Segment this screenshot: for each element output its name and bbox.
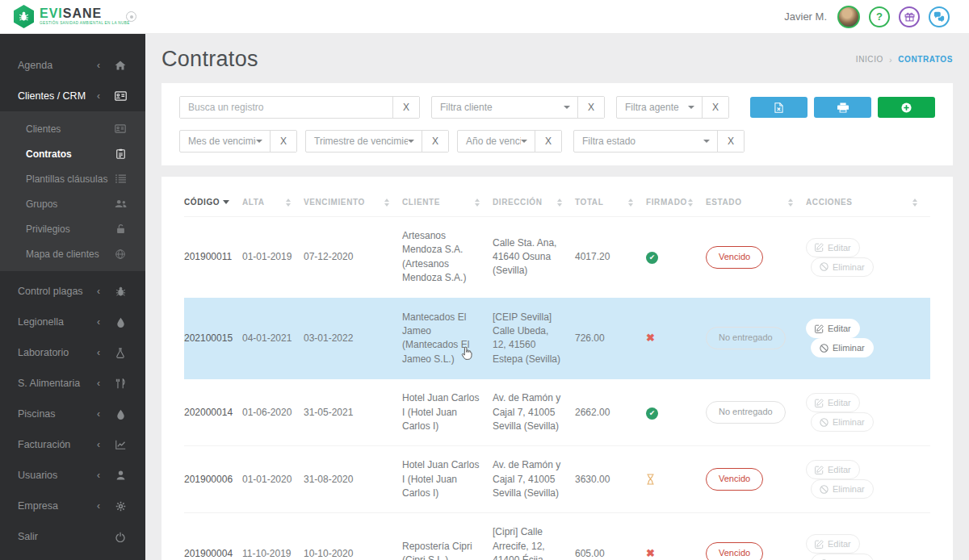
edit-pencil-icon bbox=[815, 399, 824, 407]
utensils-icon bbox=[111, 378, 129, 389]
export-excel-button[interactable] bbox=[750, 97, 808, 118]
breadcrumb: INICIO › CONTRATOS bbox=[856, 55, 953, 65]
breadcrumb-contratos: CONTRATOS bbox=[898, 55, 953, 64]
topbar: EVISANE GESTIÓN SANIDAD AMBIENTAL EN LA … bbox=[0, 0, 969, 34]
column-header-estado[interactable]: ESTADO bbox=[706, 198, 795, 207]
filter-estado-clear-button[interactable]: X bbox=[717, 131, 744, 152]
sidebar-item-laboratorio[interactable]: Laboratorio ‹ bbox=[0, 337, 145, 368]
avatar[interactable] bbox=[837, 6, 860, 28]
sidebar-item-legionella[interactable]: Legionella ‹ bbox=[0, 307, 145, 337]
filter-cliente-select[interactable]: Filtra cliente X bbox=[431, 96, 605, 119]
filter-anio-clear-button[interactable]: X bbox=[535, 131, 561, 152]
breadcrumb-inicio[interactable]: INICIO bbox=[856, 55, 883, 64]
flask-icon bbox=[111, 348, 129, 358]
sort-icon bbox=[557, 199, 562, 207]
delete-button[interactable]: Eliminar bbox=[811, 257, 874, 277]
gift-button[interactable] bbox=[899, 6, 920, 27]
column-header-firmado[interactable]: FIRMADO bbox=[646, 198, 694, 207]
column-header-vencimiento[interactable]: VENCIMIENTO bbox=[304, 198, 391, 207]
sidebar-subitem-clientes[interactable]: Clientes bbox=[0, 116, 145, 141]
sidebar-subitem-mapa-de-clientes[interactable]: Mapa de clientes bbox=[0, 241, 145, 266]
ban-icon bbox=[820, 485, 828, 494]
column-header-cliente[interactable]: CLIENTE bbox=[402, 198, 481, 207]
search-input[interactable] bbox=[180, 97, 392, 118]
add-contract-button[interactable] bbox=[878, 97, 935, 118]
delete-button[interactable]: Eliminar bbox=[811, 412, 874, 432]
column-header-acciones[interactable]: ACCIONES bbox=[806, 198, 919, 207]
sidebar-item-piscinas[interactable]: Piscinas ‹ bbox=[0, 399, 145, 429]
column-header-codigo[interactable]: CÓDIGO bbox=[184, 198, 231, 207]
filter-estado-select[interactable]: Filtra estado X bbox=[573, 130, 745, 153]
sort-icon bbox=[688, 199, 693, 207]
delete-button[interactable]: Eliminar bbox=[811, 338, 874, 357]
sort-desc-icon bbox=[223, 200, 229, 204]
sidebar-item-empresa[interactable]: Empresa ‹ bbox=[0, 491, 145, 521]
column-header-total[interactable]: TOTAL bbox=[575, 198, 635, 207]
page-title: Contratos bbox=[162, 47, 258, 72]
sidebar-item-agenda[interactable]: Agenda ‹ bbox=[0, 50, 145, 81]
globe-icon bbox=[111, 249, 129, 259]
sidebar-item-facturacion[interactable]: Facturación ‹ bbox=[0, 429, 145, 460]
pending-hourglass-icon bbox=[646, 474, 694, 485]
caret-down-icon bbox=[521, 140, 527, 143]
sort-icon bbox=[788, 199, 793, 207]
search-box: X bbox=[179, 96, 420, 119]
filter-mes-vencimiento-select[interactable]: Mes de vencimiento X bbox=[179, 130, 297, 153]
brand-evi: EVI bbox=[40, 6, 63, 20]
delete-button[interactable]: Eliminar bbox=[811, 479, 874, 499]
table-row[interactable]: 201900011 01-01-2019 07-12-2020 Artesano… bbox=[184, 217, 930, 299]
edit-pencil-icon bbox=[815, 466, 824, 474]
caret-down-icon bbox=[703, 140, 710, 143]
filter-trimestre-vencimiento-select[interactable]: Trimestre de vencimiento X bbox=[305, 130, 449, 153]
filter-cliente-clear-button[interactable]: X bbox=[577, 97, 604, 118]
sort-icon bbox=[384, 199, 389, 207]
sidebar-collapse-toggle-icon[interactable] bbox=[126, 11, 136, 22]
ban-icon bbox=[820, 418, 828, 427]
sidebar-subitem-grupos[interactable]: Grupos bbox=[0, 191, 145, 216]
edit-button[interactable]: Editar bbox=[806, 319, 860, 338]
edit-button[interactable]: Editar bbox=[806, 534, 860, 554]
sidebar-item-clientes-crm[interactable]: Clientes / CRM ‹ bbox=[0, 81, 145, 111]
breadcrumb-separator-icon: › bbox=[889, 55, 892, 65]
caret-down-icon bbox=[564, 106, 570, 109]
status-badge: No entregado bbox=[706, 401, 786, 424]
delete-button[interactable]: Eliminar bbox=[811, 554, 874, 560]
chat-button[interactable] bbox=[929, 6, 950, 27]
sidebar-item-usuarios[interactable]: Usuarios ‹ bbox=[0, 460, 145, 491]
edit-pencil-icon bbox=[815, 243, 824, 252]
search-clear-button[interactable]: X bbox=[392, 97, 419, 118]
sidebar-subitem-privilegios[interactable]: Privilegios bbox=[0, 216, 145, 241]
sort-icon bbox=[286, 199, 291, 207]
filter-agente-select[interactable]: Filtra agente X bbox=[616, 96, 729, 119]
filter-agente-clear-button[interactable]: X bbox=[702, 97, 728, 118]
status-badge: Vencido bbox=[706, 246, 763, 269]
table-row[interactable]: 202000014 01-06-2020 31-05-2021 Hotel Ju… bbox=[184, 379, 930, 446]
filter-mes-clear-button[interactable]: X bbox=[270, 131, 296, 152]
caret-down-icon bbox=[256, 140, 262, 143]
sidebar-item-control-plagas[interactable]: Control plagas ‹ bbox=[0, 276, 145, 307]
edit-button[interactable]: Editar bbox=[806, 460, 860, 479]
print-button[interactable] bbox=[814, 97, 871, 118]
filter-anio-vencimiento-select[interactable]: Año de vencimiento X bbox=[457, 130, 562, 153]
chart-line-icon bbox=[111, 440, 129, 449]
sort-icon bbox=[475, 199, 480, 207]
status-badge: Vencido bbox=[706, 542, 763, 560]
sidebar-item-s-alimentaria[interactable]: S. Alimentaria ‹ bbox=[0, 368, 145, 399]
filter-trimestre-clear-button[interactable]: X bbox=[422, 131, 448, 152]
sidebar-subitem-contratos[interactable]: Contratos bbox=[0, 141, 145, 166]
edit-button[interactable]: Editar bbox=[806, 238, 860, 257]
edit-button[interactable]: Editar bbox=[806, 393, 860, 412]
column-header-direccion[interactable]: DIRECCIÓN bbox=[493, 198, 564, 207]
table-row-selected[interactable]: 202100015 04-01-2021 03-01-2022 Mantecad… bbox=[184, 298, 930, 379]
users-icon bbox=[111, 199, 129, 208]
sidebar-subitem-plantillas-clausulas[interactable]: Plantillas cláusulas bbox=[0, 166, 145, 191]
table-row[interactable]: 201900006 01-01-2020 31-08-2020 Hotel Ju… bbox=[184, 446, 930, 513]
chevron-left-icon: ‹ bbox=[97, 470, 111, 481]
list-icon bbox=[111, 174, 129, 183]
column-header-alta[interactable]: ALTA bbox=[242, 198, 292, 207]
table-row[interactable]: 201900004 11-10-2019 10-10-2020 Reposter… bbox=[184, 513, 930, 560]
help-button[interactable]: ? bbox=[869, 6, 890, 27]
sidebar-item-salir[interactable]: Salir bbox=[0, 521, 145, 552]
droplet-icon bbox=[111, 317, 129, 328]
user-name: Javier M. bbox=[784, 10, 827, 23]
